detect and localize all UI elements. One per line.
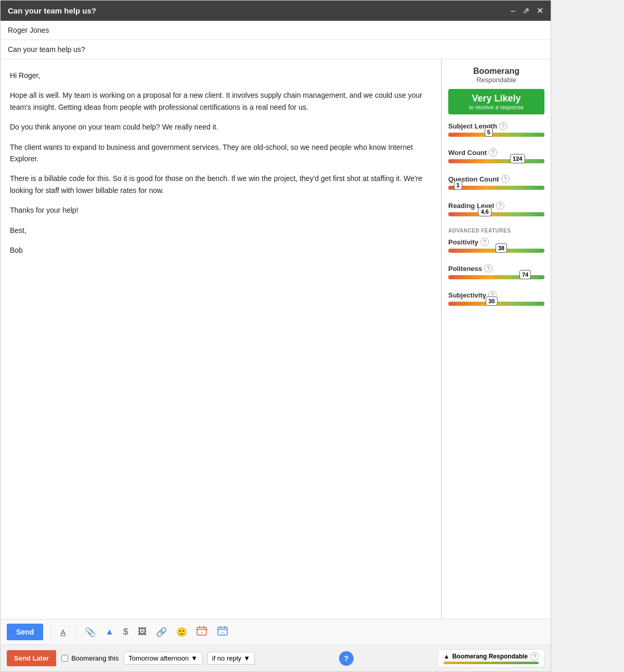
boomerang-respondable-widget: ▲ Boomerang Respondable ? [438, 649, 544, 667]
respondable-mini-bar [444, 662, 539, 664]
positivity-badge: 38 [496, 243, 507, 253]
close-button[interactable]: ✕ [537, 6, 543, 16]
minimize-button[interactable]: – [511, 6, 515, 16]
question-count-bar: 1 [448, 186, 544, 195]
boomerang-this-label: Boomerang this [71, 654, 119, 662]
metric-word-count: Word Count ? 124 [448, 148, 544, 169]
word-count-help-icon[interactable]: ? [489, 148, 497, 157]
calendar-icon-1: + [197, 626, 208, 636]
reading-level-track: 4.6 [448, 212, 544, 216]
body-para-1: Hope all is well. My team is working on … [10, 89, 432, 113]
insert-money-icon[interactable]: $ [121, 626, 130, 638]
verdict-badge: Very Likely to receive a response [448, 89, 544, 114]
insert-link-icon[interactable]: 🔗 [154, 626, 169, 639]
question-count-track: 1 [448, 186, 544, 190]
metric-positivity: Positivity ? 38 [448, 238, 544, 258]
compose-window: Can your team help us? – ⇗ ✕ Roger Jones… [0, 0, 551, 672]
subject-length-badge: 5 [485, 127, 493, 137]
boomerang-this-checkbox[interactable]: Boomerang this [61, 654, 119, 662]
politeness-bar: 74 [448, 275, 544, 285]
insert-image-icon[interactable]: 🖼 [136, 626, 149, 638]
boomerang-checkbox-input[interactable] [61, 655, 68, 662]
toolbar: Send A 📎 ▲ $ 🖼 🔗 🙂 + ++ [1, 619, 551, 644]
body-para-4: There is a billable code for this. So it… [10, 173, 432, 196]
noreply-dropdown[interactable]: if no reply ▼ [207, 652, 255, 665]
toolbar-separator-1 [50, 626, 51, 638]
subject-field[interactable]: Can your team help us? [1, 40, 551, 59]
body-para-5: Thanks for your help! [10, 204, 432, 216]
advanced-features-label: ADVANCED FEATURES [448, 228, 544, 234]
schedule-dropdown-chevron: ▼ [191, 654, 198, 662]
metric-word-count-label: Word Count ? [448, 148, 544, 157]
svg-text:++: ++ [220, 631, 224, 635]
positivity-help-icon[interactable]: ? [480, 238, 489, 246]
window-controls: – ⇗ ✕ [511, 6, 543, 16]
schedule-option: Tomorrow afternoon [128, 654, 189, 662]
positivity-bar: 38 [448, 249, 544, 258]
bottom-bar: Send Later Boomerang this Tomorrow after… [1, 644, 551, 671]
schedule-dropdown[interactable]: Tomorrow afternoon ▼ [124, 652, 202, 665]
question-count-help-icon[interactable]: ? [501, 175, 510, 183]
verdict-main: Very Likely [453, 93, 539, 104]
metric-reading-level: Reading Level ? 4.6 [448, 201, 544, 222]
help-button[interactable]: ? [339, 651, 354, 666]
subject-length-bar: 5 [448, 133, 544, 142]
subjectivity-bar: 30 [448, 302, 544, 311]
body-para-3: The client wants to expand to business a… [10, 141, 432, 165]
format-text-icon[interactable]: A [58, 627, 68, 638]
metric-subject-length: Subject Length ? 5 [448, 122, 544, 142]
email-body[interactable]: Hi Roger, Hope all is well. My team is w… [1, 59, 441, 619]
body-para-2: Do you think anyone on your team could h… [10, 121, 432, 133]
main-content: Hi Roger, Hope all is well. My team is w… [1, 59, 551, 619]
drive-icon[interactable]: ▲ [103, 626, 116, 638]
toolbar-separator-2 [75, 626, 75, 638]
sidebar-title: Boomerang [448, 67, 544, 76]
sidebar-header: Boomerang Respondable [448, 67, 544, 84]
boomerang-sidebar: Boomerang Respondable Very Likely to rec… [441, 59, 551, 619]
subjectivity-track: 30 [448, 302, 544, 306]
noreply-option: if no reply [212, 654, 241, 662]
maximize-button[interactable]: ⇗ [523, 6, 529, 16]
politeness-help-icon[interactable]: ? [484, 264, 492, 273]
send-button[interactable]: Send [7, 624, 43, 640]
sidebar-subtitle: Respondable [448, 76, 544, 84]
svg-text:+: + [201, 631, 203, 635]
window-title: Can your team help us? [8, 6, 96, 15]
metric-question-count: Question Count ? 1 [448, 175, 544, 195]
schedule-icon-1[interactable]: + [194, 625, 210, 640]
metric-subject-length-label: Subject Length ? [448, 122, 544, 130]
body-para-6: Best, [10, 225, 432, 236]
chevron-up-icon: ▲ [444, 653, 450, 660]
metric-question-count-label: Question Count ? [448, 175, 544, 183]
insert-emoji-icon[interactable]: 🙂 [174, 626, 189, 639]
metric-subjectivity: Subjectivity ? 30 [448, 291, 544, 311]
to-value: Roger Jones [8, 26, 49, 34]
calendar-icon-2: ++ [217, 626, 229, 636]
word-count-bar: 124 [448, 159, 544, 169]
subjectivity-badge: 30 [486, 296, 497, 306]
politeness-badge: 74 [519, 270, 531, 279]
schedule-icon-2[interactable]: ++ [215, 625, 231, 640]
positivity-track: 38 [448, 249, 544, 253]
subject-length-track: 5 [448, 133, 544, 137]
boomerang-respondable-widget-label: Boomerang Respondable [452, 653, 528, 660]
subject-length-help-icon[interactable]: ? [499, 122, 508, 130]
send-later-button[interactable]: Send Later [7, 650, 56, 666]
title-bar: Can your team help us? – ⇗ ✕ [1, 1, 551, 21]
politeness-track: 74 [448, 275, 544, 279]
noreply-dropdown-chevron: ▼ [243, 654, 250, 662]
verdict-sub: to receive a response [453, 104, 539, 110]
reading-level-bar: 4.6 [448, 212, 544, 222]
respondable-help-icon[interactable]: ? [530, 652, 539, 661]
reading-level-badge: 4.6 [478, 207, 491, 216]
question-count-badge: 1 [453, 180, 462, 190]
attach-icon[interactable]: 📎 [83, 626, 98, 639]
body-para-0: Hi Roger, [10, 70, 432, 81]
to-field[interactable]: Roger Jones [1, 21, 551, 40]
body-para-7: Bob [10, 244, 432, 256]
boomerang-respondable-header: ▲ Boomerang Respondable ? [444, 652, 539, 661]
word-count-track: 124 [448, 159, 544, 163]
reading-level-help-icon[interactable]: ? [496, 201, 504, 210]
metric-reading-level-label: Reading Level ? [448, 201, 544, 210]
subject-value: Can your team help us? [8, 45, 85, 54]
